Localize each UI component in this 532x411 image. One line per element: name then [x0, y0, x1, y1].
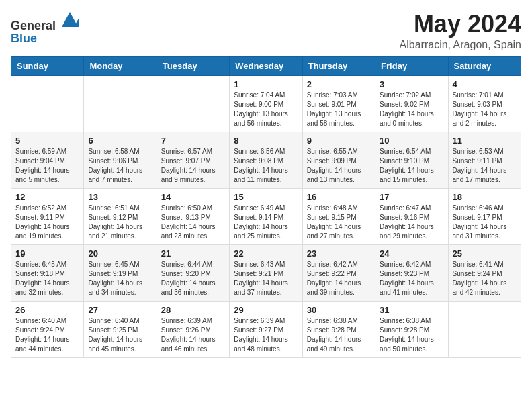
- day-number: 14: [161, 192, 225, 202]
- day-number: 31: [380, 305, 443, 315]
- col-sunday: Sunday: [11, 56, 84, 75]
- week-row-0: 1Sunrise: 7:04 AM Sunset: 9:00 PM Daylig…: [11, 75, 521, 132]
- day-info: Sunrise: 6:47 AM Sunset: 9:16 PM Dayligh…: [380, 203, 443, 241]
- day-info: Sunrise: 6:39 AM Sunset: 9:26 PM Dayligh…: [161, 316, 225, 354]
- logo-icon: [60, 11, 79, 30]
- day-number: 28: [161, 305, 225, 315]
- day-number: 30: [307, 305, 371, 315]
- day-info: Sunrise: 6:56 AM Sunset: 9:08 PM Dayligh…: [234, 147, 298, 185]
- col-thursday: Thursday: [302, 56, 375, 75]
- day-number: 15: [234, 192, 298, 202]
- day-cell-0-1: [84, 75, 157, 132]
- day-info: Sunrise: 6:38 AM Sunset: 9:28 PM Dayligh…: [380, 316, 443, 354]
- day-info: Sunrise: 6:44 AM Sunset: 9:20 PM Dayligh…: [161, 260, 225, 298]
- day-cell-0-5: 3Sunrise: 7:02 AM Sunset: 9:02 PM Daylig…: [375, 75, 448, 132]
- day-info: Sunrise: 6:38 AM Sunset: 9:28 PM Dayligh…: [307, 316, 371, 354]
- day-number: 26: [15, 305, 79, 315]
- day-cell-3-6: 25Sunrise: 6:41 AM Sunset: 9:24 PM Dayli…: [448, 244, 521, 301]
- day-info: Sunrise: 6:43 AM Sunset: 9:21 PM Dayligh…: [234, 260, 298, 298]
- day-info: Sunrise: 6:53 AM Sunset: 9:11 PM Dayligh…: [453, 147, 517, 185]
- day-info: Sunrise: 6:51 AM Sunset: 9:12 PM Dayligh…: [88, 203, 152, 241]
- day-number: 1: [234, 79, 298, 89]
- day-number: 16: [307, 192, 371, 202]
- week-row-1: 5Sunrise: 6:59 AM Sunset: 9:04 PM Daylig…: [11, 132, 521, 188]
- day-number: 10: [380, 136, 443, 146]
- day-number: 24: [380, 248, 443, 259]
- day-cell-4-3: 29Sunrise: 6:39 AM Sunset: 9:27 PM Dayli…: [230, 301, 302, 357]
- logo-text: General Blue: [11, 11, 79, 45]
- day-cell-2-6: 18Sunrise: 6:46 AM Sunset: 9:17 PM Dayli…: [448, 188, 521, 244]
- week-row-2: 12Sunrise: 6:52 AM Sunset: 9:11 PM Dayli…: [11, 188, 521, 244]
- subtitle: Albarracin, Aragon, Spain: [400, 39, 521, 51]
- calendar-table: Sunday Monday Tuesday Wednesday Thursday…: [11, 56, 521, 358]
- day-number: 12: [15, 192, 79, 202]
- col-monday: Monday: [84, 56, 157, 75]
- day-info: Sunrise: 6:40 AM Sunset: 9:25 PM Dayligh…: [88, 316, 152, 354]
- day-info: Sunrise: 6:46 AM Sunset: 9:17 PM Dayligh…: [453, 203, 517, 241]
- day-number: 11: [453, 136, 517, 146]
- week-row-3: 19Sunrise: 6:45 AM Sunset: 9:18 PM Dayli…: [11, 244, 521, 301]
- day-info: Sunrise: 6:58 AM Sunset: 9:06 PM Dayligh…: [88, 147, 152, 185]
- day-info: Sunrise: 6:45 AM Sunset: 9:18 PM Dayligh…: [15, 260, 79, 298]
- day-cell-0-3: 1Sunrise: 7:04 AM Sunset: 9:00 PM Daylig…: [230, 75, 302, 132]
- day-cell-1-1: 6Sunrise: 6:58 AM Sunset: 9:06 PM Daylig…: [84, 132, 157, 188]
- day-number: 18: [453, 192, 517, 202]
- day-number: 23: [307, 248, 371, 259]
- day-cell-4-4: 30Sunrise: 6:38 AM Sunset: 9:28 PM Dayli…: [302, 301, 375, 357]
- day-info: Sunrise: 6:57 AM Sunset: 9:07 PM Dayligh…: [161, 147, 225, 185]
- day-info: Sunrise: 6:42 AM Sunset: 9:23 PM Dayligh…: [380, 260, 443, 298]
- col-friday: Friday: [375, 56, 448, 75]
- day-info: Sunrise: 7:04 AM Sunset: 9:00 PM Dayligh…: [234, 91, 298, 128]
- day-info: Sunrise: 7:01 AM Sunset: 9:03 PM Dayligh…: [453, 91, 517, 128]
- logo-general: General: [11, 11, 79, 32]
- col-tuesday: Tuesday: [157, 56, 229, 75]
- day-cell-3-4: 23Sunrise: 6:42 AM Sunset: 9:22 PM Dayli…: [302, 244, 375, 301]
- day-info: Sunrise: 7:03 AM Sunset: 9:01 PM Dayligh…: [307, 91, 371, 128]
- day-number: 25: [453, 248, 517, 259]
- page-container: General Blue May 2024 Albarracin, Aragon…: [11, 11, 521, 358]
- day-cell-1-5: 10Sunrise: 6:54 AM Sunset: 9:10 PM Dayli…: [375, 132, 448, 188]
- day-info: Sunrise: 6:42 AM Sunset: 9:22 PM Dayligh…: [307, 260, 371, 298]
- day-info: Sunrise: 6:45 AM Sunset: 9:19 PM Dayligh…: [88, 260, 152, 298]
- logo: General Blue: [11, 11, 79, 45]
- day-number: 8: [234, 136, 298, 146]
- day-cell-3-0: 19Sunrise: 6:45 AM Sunset: 9:18 PM Dayli…: [11, 244, 84, 301]
- day-number: 7: [161, 136, 225, 146]
- day-number: 29: [234, 305, 298, 315]
- day-info: Sunrise: 6:48 AM Sunset: 9:15 PM Dayligh…: [307, 203, 371, 241]
- day-number: 4: [453, 79, 517, 89]
- day-cell-4-1: 27Sunrise: 6:40 AM Sunset: 9:25 PM Dayli…: [84, 301, 157, 357]
- day-number: 22: [234, 248, 298, 259]
- day-info: Sunrise: 6:55 AM Sunset: 9:09 PM Dayligh…: [307, 147, 371, 185]
- calendar-header-row: Sunday Monday Tuesday Wednesday Thursday…: [11, 56, 521, 75]
- day-cell-1-0: 5Sunrise: 6:59 AM Sunset: 9:04 PM Daylig…: [11, 132, 84, 188]
- day-info: Sunrise: 6:40 AM Sunset: 9:24 PM Dayligh…: [15, 316, 79, 354]
- week-row-4: 26Sunrise: 6:40 AM Sunset: 9:24 PM Dayli…: [11, 301, 521, 357]
- day-cell-1-6: 11Sunrise: 6:53 AM Sunset: 9:11 PM Dayli…: [448, 132, 521, 188]
- day-number: 9: [307, 136, 371, 146]
- header: General Blue May 2024 Albarracin, Aragon…: [11, 11, 521, 51]
- day-cell-0-0: [11, 75, 84, 132]
- day-cell-2-4: 16Sunrise: 6:48 AM Sunset: 9:15 PM Dayli…: [302, 188, 375, 244]
- day-number: 20: [88, 248, 152, 259]
- day-cell-3-1: 20Sunrise: 6:45 AM Sunset: 9:19 PM Dayli…: [84, 244, 157, 301]
- day-number: 6: [88, 136, 152, 146]
- day-cell-2-0: 12Sunrise: 6:52 AM Sunset: 9:11 PM Dayli…: [11, 188, 84, 244]
- main-title: May 2024: [400, 11, 521, 38]
- day-info: Sunrise: 6:49 AM Sunset: 9:14 PM Dayligh…: [234, 203, 298, 241]
- day-number: 2: [307, 79, 371, 89]
- day-cell-0-2: [157, 75, 229, 132]
- day-cell-4-0: 26Sunrise: 6:40 AM Sunset: 9:24 PM Dayli…: [11, 301, 84, 357]
- day-cell-2-1: 13Sunrise: 6:51 AM Sunset: 9:12 PM Dayli…: [84, 188, 157, 244]
- day-cell-2-2: 14Sunrise: 6:50 AM Sunset: 9:13 PM Dayli…: [157, 188, 229, 244]
- day-info: Sunrise: 6:54 AM Sunset: 9:10 PM Dayligh…: [380, 147, 443, 185]
- day-cell-3-3: 22Sunrise: 6:43 AM Sunset: 9:21 PM Dayli…: [230, 244, 302, 301]
- day-info: Sunrise: 6:41 AM Sunset: 9:24 PM Dayligh…: [453, 260, 517, 298]
- col-saturday: Saturday: [448, 56, 521, 75]
- day-cell-4-2: 28Sunrise: 6:39 AM Sunset: 9:26 PM Dayli…: [157, 301, 229, 357]
- day-info: Sunrise: 6:50 AM Sunset: 9:13 PM Dayligh…: [161, 203, 225, 241]
- day-cell-1-2: 7Sunrise: 6:57 AM Sunset: 9:07 PM Daylig…: [157, 132, 229, 188]
- day-cell-0-6: 4Sunrise: 7:01 AM Sunset: 9:03 PM Daylig…: [448, 75, 521, 132]
- day-info: Sunrise: 6:39 AM Sunset: 9:27 PM Dayligh…: [234, 316, 298, 354]
- day-cell-2-5: 17Sunrise: 6:47 AM Sunset: 9:16 PM Dayli…: [375, 188, 448, 244]
